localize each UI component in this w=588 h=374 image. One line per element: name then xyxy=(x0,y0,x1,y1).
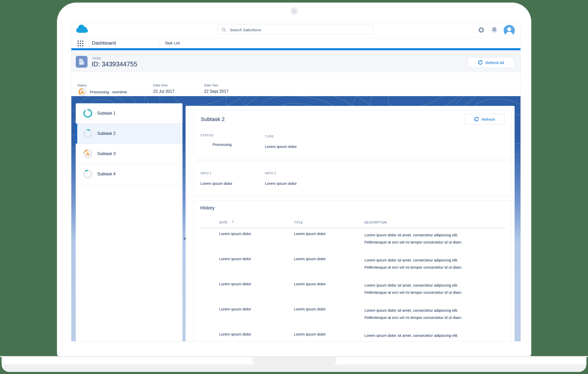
warning-triangle-icon xyxy=(85,151,90,156)
user-icon xyxy=(504,25,515,36)
table-header-divider xyxy=(200,228,506,228)
refresh-label: Refresh xyxy=(481,117,495,122)
app-name[interactable]: Dashboard xyxy=(92,38,116,48)
laptop-camera-dot xyxy=(290,7,298,15)
status-label: Status xyxy=(77,83,87,87)
header-divider xyxy=(71,38,520,38)
global-search[interactable] xyxy=(218,25,373,35)
app-launcher-icon[interactable] xyxy=(78,41,79,42)
column-header-date[interactable]: DATE xyxy=(219,221,228,224)
table-row[interactable]: Lorem ipsum dolor Lorem ipsum dolor Lore… xyxy=(194,255,512,280)
column-header-description[interactable]: DESCRIPTION xyxy=(364,221,387,224)
sidebar-item-subtask-3[interactable]: Subtask 3 xyxy=(76,144,182,164)
cell-date: Lorem ipsum dolor xyxy=(219,282,251,286)
search-icon xyxy=(221,27,226,32)
cell-description: Lorem ipsum dolor sit amet, consectetur … xyxy=(364,257,479,271)
laptop-base-notch xyxy=(252,357,336,364)
sidebar-item-subtask-1[interactable]: Subtask 1 xyxy=(76,103,182,124)
warning-status-icon xyxy=(79,88,86,96)
date-one-value: 22 Jul 2017 xyxy=(153,89,175,94)
info2-label: INFO 2 xyxy=(265,171,276,175)
refresh-icon xyxy=(474,117,479,122)
cell-description: Lorem ipsum dolor sit amet, consectetur … xyxy=(364,332,479,341)
cell-description: Lorem ipsum dolor sit amet, consectetur … xyxy=(364,231,479,246)
cell-date: Lorem ipsum dolor xyxy=(219,231,251,236)
tab-task-list[interactable]: Task List xyxy=(165,38,180,48)
cell-title: Lorem ipsum dolor xyxy=(294,257,326,261)
history-title: History xyxy=(200,205,215,211)
table-row[interactable]: Lorem ipsum dolor Lorem ipsum dolor Lore… xyxy=(194,305,512,330)
subtask-sidebar: Subtask 1 Subtask 2 Subtask 3 Subtask xyxy=(76,103,182,341)
sidebar-item-label: Subtask 4 xyxy=(97,172,115,176)
sort-desc-icon[interactable]: ↓ xyxy=(232,219,234,224)
date-one-label: Date One xyxy=(153,83,168,87)
gear-icon[interactable] xyxy=(478,26,485,34)
cell-title: Lorem ipsum dolor xyxy=(294,282,326,286)
table-row[interactable]: Lorem ipsum dolor Lorem ipsum dolor Lore… xyxy=(194,230,512,255)
type-label: TYPE xyxy=(265,135,274,138)
collapse-panel-arrow-icon[interactable] xyxy=(183,237,186,240)
sidebar-item-label: Subtask 2 xyxy=(97,131,115,136)
table-row[interactable]: Lorem ipsum dolor Lorem ipsum dolor Lore… xyxy=(194,280,512,305)
task-object-icon xyxy=(76,56,88,68)
date-two-label: Date Two xyxy=(204,83,218,87)
page-title: ID: 3439344755 xyxy=(92,60,137,68)
column-header-title[interactable]: TITLE xyxy=(294,221,303,224)
progress-ring-icon xyxy=(83,129,92,138)
history-table-body: Lorem ipsum dolor Lorem ipsum dolor Lore… xyxy=(194,230,512,341)
cell-date: Lorem ipsum dolor xyxy=(219,307,251,311)
cell-title: Lorem ipsum dolor xyxy=(294,307,326,311)
subtask-title: Subtask 2 xyxy=(201,116,225,122)
info2-value: Lorem ipsum dolor xyxy=(265,181,297,186)
detail-status-label: STATUS xyxy=(200,134,214,137)
refresh-button[interactable]: Refresh xyxy=(465,114,505,125)
type-value: Lorem ipsum dolor xyxy=(265,144,297,149)
record-header xyxy=(71,50,520,72)
sidebar-item-label: Subtask 3 xyxy=(97,151,115,156)
progress-ring-icon xyxy=(83,170,92,178)
info1-value: Lorem ipsum dolor xyxy=(200,181,232,186)
nav-divider xyxy=(159,38,160,48)
avatar[interactable] xyxy=(504,25,515,36)
warning-ring-icon xyxy=(83,149,92,158)
detail-status-value: Processing xyxy=(213,142,232,147)
refresh-all-button[interactable]: Refresh All xyxy=(468,57,514,68)
sidebar-item-subtask-4[interactable]: Subtask 4 xyxy=(76,164,182,184)
salesforce-cloud-logo-icon xyxy=(75,24,89,34)
cell-title: Lorem ipsum dolor xyxy=(294,231,326,236)
active-tab-underline xyxy=(71,48,520,50)
search-input[interactable] xyxy=(229,27,364,32)
warning-triangle-icon xyxy=(80,90,85,94)
record-kicker: TASK xyxy=(92,57,101,60)
cell-date: Lorem ipsum dolor xyxy=(219,332,251,336)
laptop-base xyxy=(2,364,586,372)
sidebar-item-label: Subtask 1 xyxy=(97,111,115,116)
subtask-detail-card: Subtask 2 Refresh STATUS Processing TYPE… xyxy=(194,110,512,159)
history-card: History DATE ↓ TITLE DESCRIPTION Lorem i… xyxy=(194,200,512,341)
status-value: Processing - overtime xyxy=(90,90,127,94)
sidebar-item-subtask-2[interactable]: Subtask 2 xyxy=(76,124,182,144)
progress-ring-icon xyxy=(83,109,92,118)
date-two-value: 22 Sept 2017 xyxy=(204,89,228,94)
refresh-all-label: Refresh All xyxy=(485,60,504,65)
info1-label: INFO 1 xyxy=(200,171,212,175)
cell-title: Lorem ipsum dolor xyxy=(294,332,326,336)
screen: Dashboard Task List TASK ID: 3439344755 xyxy=(71,23,520,341)
bell-icon[interactable] xyxy=(491,26,498,34)
info-card: INFO 1 Lorem ipsum dolor INFO 2 Lorem ip… xyxy=(194,161,512,196)
refresh-icon xyxy=(478,60,483,65)
cell-description: Lorem ipsum dolor sit amet, consectetur … xyxy=(364,282,479,296)
detail-panel: Subtask 2 Refresh STATUS Processing TYPE… xyxy=(186,106,515,341)
cell-date: Lorem ipsum dolor xyxy=(219,257,251,261)
page: Dashboard Task List TASK ID: 3439344755 xyxy=(0,0,588,374)
table-row[interactable]: Lorem ipsum dolor Lorem ipsum dolor Lore… xyxy=(194,330,512,341)
cell-description: Lorem ipsum dolor sit amet, consectetur … xyxy=(364,307,479,321)
